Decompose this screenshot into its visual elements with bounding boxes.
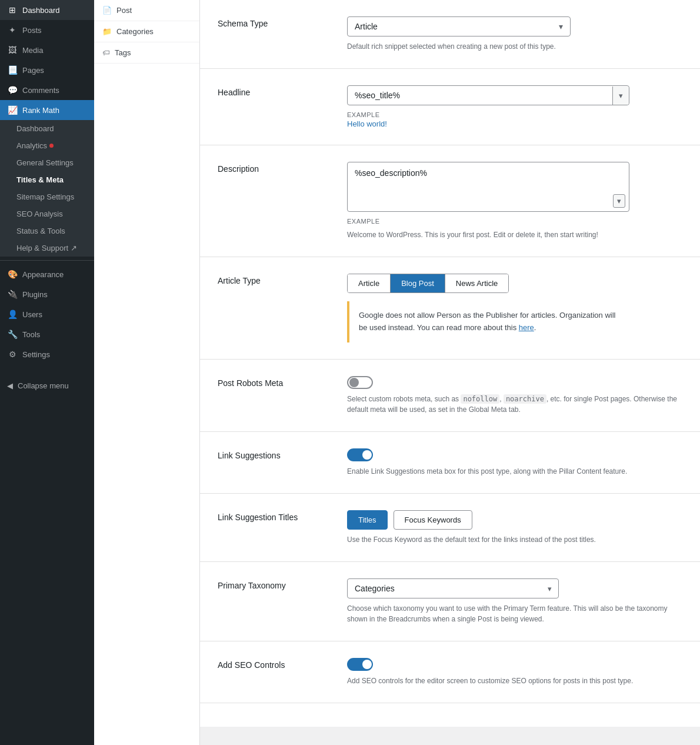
comments-icon: 💬 xyxy=(7,85,18,95)
appearance-icon: 🎨 xyxy=(7,270,18,279)
link-titles-button[interactable]: Titles xyxy=(347,510,388,530)
sidebar-item-label: Settings xyxy=(22,350,50,359)
settings-icon: ⚙ xyxy=(7,350,18,359)
post-robots-meta-toggle[interactable] xyxy=(347,376,373,389)
primary-taxonomy-select-wrapper: Categories Tags xyxy=(347,578,559,598)
headline-expand-button[interactable]: ▾ xyxy=(612,87,629,105)
rankmath-icon: 📈 xyxy=(7,105,18,115)
sidebar-item-rm-help[interactable]: Help & Support ↗ xyxy=(0,240,94,257)
link-suggestions-toggle[interactable] xyxy=(347,448,373,461)
categories-icon: 📁 xyxy=(102,27,112,36)
chevron-down-icon: ▾ xyxy=(559,22,563,31)
sidebar-item-users[interactable]: 👤 Users xyxy=(0,304,94,324)
link-suggestions-help: Enable Link Suggestions meta box for thi… xyxy=(347,466,682,477)
link-suggestions-row: Link Suggestions Enable Link Suggestions… xyxy=(200,432,700,494)
panel-item-categories[interactable]: 📁 Categories xyxy=(94,21,199,42)
sidebar-item-label: Posts xyxy=(22,26,42,35)
article-type-control: Article Blog Post News Article Google do… xyxy=(347,274,682,342)
sidebar-item-tools[interactable]: 🔧 Tools xyxy=(0,324,94,344)
sidebar-item-rm-seo[interactable]: SEO Analysis xyxy=(0,205,94,222)
article-type-row: Article Type Article Blog Post News Arti… xyxy=(200,257,700,360)
sidebar-item-rm-titles[interactable]: Titles & Meta xyxy=(0,171,94,188)
sidebar-item-rm-status[interactable]: Status & Tools xyxy=(0,222,94,240)
panel-item-tags[interactable]: 🏷 Tags xyxy=(94,42,199,64)
headline-example-link[interactable]: Hello world! xyxy=(347,119,387,128)
pages-icon: 📃 xyxy=(7,65,18,75)
panel-item-label: Categories xyxy=(116,27,154,36)
link-suggestions-label: Link Suggestions xyxy=(218,448,335,460)
collapse-icon: ◀ xyxy=(7,381,13,390)
post-robots-meta-control: Select custom robots meta, such as nofol… xyxy=(347,376,682,415)
sidebar-item-label: Plugins xyxy=(22,290,48,299)
sidebar-item-rm-analytics[interactable]: Analytics xyxy=(0,137,94,154)
dashboard-icon: ⊞ xyxy=(7,5,18,15)
description-expand-button[interactable]: ▾ xyxy=(613,194,625,208)
sidebar-item-posts[interactable]: ✦ Posts xyxy=(0,20,94,40)
post-icon: 📄 xyxy=(102,6,112,15)
users-icon: 👤 xyxy=(7,310,18,319)
schema-type-label: Schema Type xyxy=(218,16,335,28)
link-focus-keywords-button[interactable]: Focus Keywords xyxy=(394,510,472,530)
sidebar-item-label: Pages xyxy=(22,66,44,75)
add-seo-controls-help: Add SEO controls for the editor screen t… xyxy=(347,676,682,686)
sidebar-item-label: Appearance xyxy=(22,270,64,279)
toggle-knob xyxy=(362,450,372,460)
sidebar-item-media[interactable]: 🖼 Media xyxy=(0,40,94,60)
article-type-newsarticle-button[interactable]: News Article xyxy=(445,274,509,292)
sidebar-item-rank-math[interactable]: 📈 Rank Math xyxy=(0,100,94,120)
add-seo-controls-row: Add SEO Controls Add SEO controls for th… xyxy=(200,641,700,703)
sidebar-item-plugins[interactable]: 🔌 Plugins xyxy=(0,284,94,304)
schema-type-dropdown[interactable]: Article ▾ xyxy=(347,16,571,36)
panel-item-post[interactable]: 📄 Post xyxy=(94,0,199,21)
sidebar-item-appearance[interactable]: 🎨 Appearance xyxy=(0,264,94,284)
article-type-article-button[interactable]: Article xyxy=(348,274,391,292)
tags-icon: 🏷 xyxy=(102,48,110,57)
headline-input[interactable] xyxy=(348,86,612,105)
code-noarchive: noarchive xyxy=(504,394,546,404)
headline-label: Headline xyxy=(218,85,335,97)
article-type-button-group: Article Blog Post News Article xyxy=(347,274,509,293)
primary-taxonomy-select[interactable]: Categories Tags xyxy=(347,578,559,598)
link-suggestion-titles-control: Titles Focus Keywords Use the Focus Keyw… xyxy=(347,510,682,545)
sidebar-item-pages[interactable]: 📃 Pages xyxy=(0,60,94,80)
post-robots-meta-label: Post Robots Meta xyxy=(218,376,335,388)
link-suggestions-control: Enable Link Suggestions meta box for thi… xyxy=(347,448,682,477)
sidebar-item-settings[interactable]: ⚙ Settings xyxy=(0,344,94,364)
link-suggestions-toggle-wrap xyxy=(347,448,682,461)
sidebar-item-label: Media xyxy=(22,46,43,55)
description-textarea[interactable]: %seo_description% xyxy=(348,162,629,209)
link-suggestion-titles-buttons: Titles Focus Keywords xyxy=(347,510,682,530)
primary-taxonomy-control: Categories Tags Choose which taxonomy yo… xyxy=(347,578,682,624)
sidebar-item-rm-sitemap[interactable]: Sitemap Settings xyxy=(0,188,94,205)
rankmath-submenu: Dashboard Analytics General Settings Tit… xyxy=(0,120,94,257)
primary-taxonomy-help: Choose which taxonomy you want to use wi… xyxy=(347,603,682,624)
add-seo-controls-control: Add SEO controls for the editor screen t… xyxy=(347,658,682,686)
warning-link[interactable]: here xyxy=(519,323,534,332)
article-type-warning: Google does not allow Person as the Publ… xyxy=(347,301,629,342)
sidebar: ⊞ Dashboard ✦ Posts 🖼 Media 📃 Pages 💬 Co… xyxy=(0,0,94,745)
sidebar-item-comments[interactable]: 💬 Comments xyxy=(0,80,94,100)
description-label: Description xyxy=(218,162,335,174)
add-seo-controls-toggle-wrap xyxy=(347,658,682,671)
post-robots-meta-toggle-wrap xyxy=(347,376,682,389)
sidebar-item-label: Users xyxy=(22,310,42,319)
sidebar-item-label: Comments xyxy=(22,86,59,95)
post-robots-meta-row: Post Robots Meta Select custom robots me… xyxy=(200,360,700,432)
sidebar-item-dashboard[interactable]: ⊞ Dashboard xyxy=(0,0,94,20)
link-suggestion-titles-help: Use the Focus Keyword as the default tex… xyxy=(347,534,682,545)
collapse-menu-button[interactable]: ◀ Collapse menu xyxy=(0,376,94,395)
add-seo-controls-toggle[interactable] xyxy=(347,658,373,671)
primary-taxonomy-label: Primary Taxonomy xyxy=(218,578,335,590)
headline-row: Headline ▾ EXAMPLE Hello world! xyxy=(200,69,700,145)
sidebar-item-rm-general[interactable]: General Settings xyxy=(0,154,94,171)
sidebar-item-label: Tools xyxy=(22,330,40,339)
article-type-blogpost-button[interactable]: Blog Post xyxy=(391,274,445,292)
sidebar-item-label: Dashboard xyxy=(22,6,60,15)
headline-example-label: EXAMPLE xyxy=(347,111,682,118)
link-suggestion-titles-label: Link Suggestion Titles xyxy=(218,510,335,522)
analytics-badge xyxy=(49,144,54,148)
sidebar-item-rm-dashboard[interactable]: Dashboard xyxy=(0,120,94,137)
toggle-knob xyxy=(349,378,359,387)
description-row: Description %seo_description% ▾ EXAMPLE … xyxy=(200,145,700,257)
description-textarea-wrapper: %seo_description% ▾ xyxy=(347,162,629,212)
